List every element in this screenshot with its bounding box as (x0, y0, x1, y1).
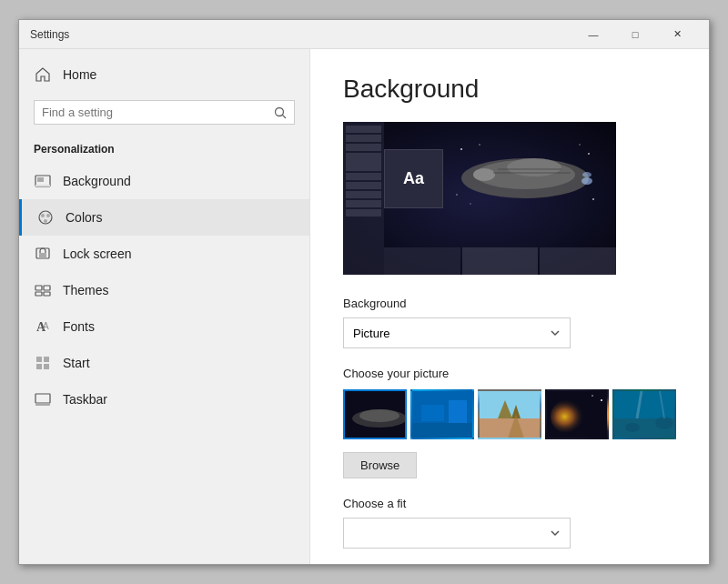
picture-thumb-1[interactable] (343, 389, 407, 439)
home-label: Home (63, 67, 96, 82)
page-title: Background (343, 75, 676, 104)
home-icon (34, 65, 52, 84)
search-input[interactable] (42, 106, 267, 119)
svg-point-32 (479, 144, 480, 146)
svg-point-40 (359, 409, 399, 422)
start-label: Start (63, 356, 90, 370)
window-controls: — □ ✕ (572, 20, 698, 49)
svg-point-25 (507, 158, 561, 176)
fit-dropdown-chevron-icon (550, 528, 561, 539)
themes-icon (34, 281, 52, 299)
svg-point-33 (588, 153, 590, 155)
title-bar: Settings — □ ✕ (19, 20, 709, 49)
svg-rect-22 (35, 403, 50, 406)
picture-thumb-2[interactable] (410, 389, 474, 439)
sidebar-item-background[interactable]: Background (19, 163, 309, 199)
svg-text:A: A (43, 321, 49, 331)
fonts-label: Fonts (63, 319, 95, 334)
taskbar-icon (34, 390, 52, 408)
fonts-icon: A A (34, 317, 52, 336)
svg-point-8 (44, 219, 47, 223)
sidebar-item-fonts[interactable]: A A Fonts (19, 308, 309, 345)
svg-rect-4 (35, 185, 50, 186)
svg-rect-17 (36, 357, 42, 362)
picture-thumb-5[interactable] (612, 389, 676, 439)
choose-picture-label: Choose your picture (343, 367, 676, 380)
background-label: Background (63, 174, 131, 188)
taskbar-label: Taskbar (63, 392, 107, 407)
svg-rect-21 (35, 394, 50, 403)
start-icon (34, 354, 52, 372)
picture-thumb-3[interactable] (478, 389, 541, 439)
background-dropdown[interactable]: Picture (343, 317, 571, 348)
svg-point-26 (473, 168, 495, 181)
browse-button[interactable]: Browse (343, 452, 417, 478)
preview-bottom-row (384, 247, 616, 275)
background-icon (34, 172, 52, 190)
svg-point-51 (551, 398, 591, 435)
sidebar-item-taskbar[interactable]: Taskbar (19, 381, 309, 418)
sidebar-item-home[interactable]: Home (19, 56, 309, 93)
sidebar-item-themes[interactable]: Themes (19, 272, 309, 308)
svg-rect-44 (449, 400, 467, 423)
svg-rect-43 (421, 405, 444, 421)
sidebar: Home Personalization (19, 49, 310, 564)
svg-rect-19 (36, 364, 42, 369)
search-icon (274, 106, 287, 119)
preview-aa-box: Aa (384, 149, 443, 208)
svg-point-34 (579, 144, 581, 146)
svg-point-31 (460, 148, 462, 150)
content-area: Home Personalization (19, 49, 709, 564)
sidebar-item-lock-screen[interactable]: Lock screen (19, 236, 309, 272)
svg-point-6 (41, 214, 45, 217)
picture-thumb-4[interactable] (545, 389, 609, 439)
svg-point-37 (470, 203, 470, 204)
preview-spaceship (452, 140, 598, 213)
window-title: Settings (30, 28, 572, 41)
background-dropdown-value: Picture (353, 327, 389, 340)
main-content: Background (310, 49, 709, 564)
themes-label: Themes (63, 283, 109, 297)
svg-point-52 (601, 399, 602, 401)
minimize-button[interactable]: — (572, 20, 614, 49)
svg-rect-20 (44, 364, 49, 369)
section-personalization: Personalization (19, 139, 309, 163)
svg-rect-13 (35, 292, 42, 296)
svg-point-0 (276, 107, 284, 116)
sidebar-item-start[interactable]: Start (19, 345, 309, 381)
lock-screen-icon (34, 245, 52, 263)
colors-label: Colors (66, 210, 102, 225)
svg-rect-10 (39, 253, 46, 258)
svg-rect-12 (44, 286, 50, 290)
preview-panel-dark (343, 122, 384, 275)
close-button[interactable]: ✕ (656, 20, 698, 49)
svg-rect-18 (44, 357, 49, 362)
search-box[interactable] (34, 100, 295, 125)
svg-point-28 (582, 172, 592, 177)
svg-rect-14 (44, 292, 50, 296)
sidebar-item-colors[interactable]: Colors (19, 199, 309, 236)
svg-point-35 (456, 194, 458, 196)
svg-point-27 (581, 177, 592, 185)
svg-line-1 (283, 115, 287, 118)
svg-point-53 (592, 395, 592, 396)
svg-point-58 (655, 417, 673, 429)
dropdown-chevron-icon (550, 327, 561, 338)
background-preview: Aa (343, 122, 616, 275)
lock-screen-label: Lock screen (63, 247, 131, 261)
svg-point-57 (625, 423, 640, 432)
svg-rect-42 (412, 423, 474, 439)
svg-point-7 (46, 214, 50, 217)
svg-point-36 (592, 198, 594, 200)
svg-rect-11 (35, 286, 42, 290)
picture-grid (343, 389, 676, 439)
choose-fit-label: Choose a fit (343, 497, 676, 510)
maximize-button[interactable]: □ (614, 20, 656, 49)
fit-dropdown[interactable] (343, 518, 571, 549)
background-field-label: Background (343, 297, 676, 310)
colors-icon (36, 208, 55, 227)
settings-window: Settings — □ ✕ Home (18, 19, 710, 565)
svg-rect-3 (37, 177, 44, 182)
